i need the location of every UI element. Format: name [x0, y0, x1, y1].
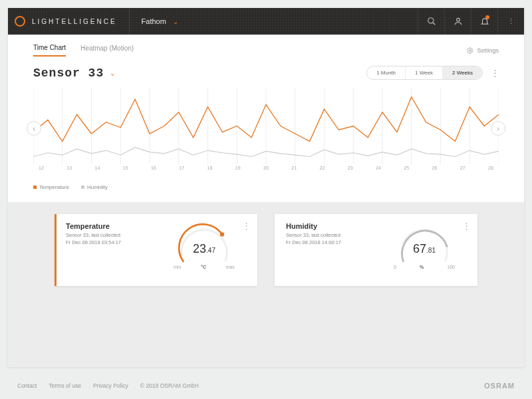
legend-humidity: Humidity — [81, 184, 108, 190]
user-icon[interactable] — [444, 8, 471, 35]
temperature-title: Temperature — [66, 222, 122, 230]
humidity-meta1: Sensor 33, last collected: — [286, 232, 342, 239]
humidity-gauge: 67.81 0 % 100 — [394, 219, 455, 269]
project-selector[interactable]: Fathom ⌄ — [142, 17, 178, 25]
chevron-down-icon: ⌄ — [173, 18, 178, 25]
settings-link[interactable]: Settings — [467, 47, 499, 54]
temperature-value: 23.47 — [174, 242, 235, 256]
more-menu-icon[interactable]: ⋮ — [497, 8, 524, 35]
content-area: Time Chart Heatmap (Motion) Settings Sen… — [8, 35, 524, 367]
footer-brand: OSRAM — [484, 382, 515, 390]
chart-prev-button[interactable]: ‹ — [27, 121, 41, 136]
svg-point-2 — [456, 18, 460, 21]
topbar: LIGHTELLIGENCE Fathom ⌄ ⋮ — [8, 8, 524, 35]
sensor-title-text: Sensor 33 — [33, 66, 104, 80]
temp-max: max — [226, 265, 235, 269]
app-window: LIGHTELLIGENCE Fathom ⌄ ⋮ Time Chart Hea… — [8, 8, 524, 367]
footer-terms[interactable]: Terms of use — [49, 382, 81, 389]
hum-unit: % — [420, 265, 424, 269]
temp-min: min — [174, 265, 181, 269]
search-icon[interactable] — [418, 8, 444, 35]
footer-contact[interactable]: Contact — [17, 382, 37, 389]
tabs-row: Time Chart Heatmap (Motion) Settings — [33, 44, 499, 57]
footer: Contact Terms of use Privacy Policy © 20… — [0, 375, 532, 390]
sensor-selector[interactable]: Sensor 33 ⌄ — [33, 66, 115, 80]
temperature-card: Temperature Sensor 33, last collected: F… — [55, 214, 257, 286]
chart-legend: Temperature Humidity — [33, 184, 499, 190]
range-group: 1 Month 1 Week 2 Weeks ⋮ — [366, 66, 499, 80]
temperature-meta1: Sensor 33, last collected: — [66, 232, 122, 239]
humidity-card: Humidity Sensor 33, last collected: Fr D… — [275, 214, 477, 286]
logo-icon — [15, 16, 25, 27]
project-name: Fathom — [142, 17, 166, 25]
footer-privacy[interactable]: Privacy Policy — [93, 382, 128, 389]
range-1-month[interactable]: 1 Month — [367, 66, 406, 79]
humidity-meta2: Fr Dec 08 2018 14:00:17 — [286, 239, 342, 247]
svg-line-1 — [432, 23, 435, 25]
hum-min: 0 — [394, 265, 396, 269]
cards-row: Temperature Sensor 33, last collected: F… — [8, 202, 524, 367]
chart-area: ‹ › 1213141516171819202122232425262728 — [33, 88, 499, 178]
humidity-value: 67.81 — [394, 242, 455, 256]
title-row: Sensor 33 ⌄ 1 Month 1 Week 2 Weeks ⋮ — [33, 66, 499, 80]
range-more-icon[interactable]: ⋮ — [491, 68, 499, 78]
legend-temperature: Temperature — [33, 184, 69, 190]
temperature-more-icon[interactable]: ⋮ — [242, 221, 251, 231]
temperature-meta2: Fr Dec 08 2018 03:54:17 — [66, 239, 122, 247]
range-1-week[interactable]: 1 Week — [406, 66, 443, 79]
humidity-title: Humidity — [286, 222, 342, 230]
range-segmented: 1 Month 1 Week 2 Weeks — [366, 66, 483, 80]
tab-heatmap[interactable]: Heatmap (Motion) — [80, 45, 134, 56]
line-chart — [33, 88, 499, 164]
footer-copyright: © 2018 OSRAM GmbH — [140, 382, 199, 389]
notification-dot-icon — [485, 15, 489, 19]
top-icon-group: ⋮ — [418, 8, 524, 35]
temp-unit: °C — [201, 265, 206, 269]
gear-icon — [467, 47, 473, 54]
hum-max: 100 — [447, 265, 455, 269]
chart-next-button[interactable]: › — [491, 121, 505, 136]
brand-name: LIGHTELLIGENCE — [32, 18, 117, 25]
humidity-more-icon[interactable]: ⋮ — [462, 221, 471, 231]
chevron-down-icon: ⌄ — [110, 69, 115, 77]
divider — [129, 8, 130, 35]
svg-point-21 — [220, 232, 224, 236]
settings-label: Settings — [477, 47, 499, 54]
temperature-gauge: 23.47 min °C max — [174, 219, 235, 269]
range-2-weeks[interactable]: 2 Weeks — [443, 66, 482, 79]
tab-time-chart[interactable]: Time Chart — [33, 44, 66, 57]
bell-icon[interactable] — [471, 8, 497, 35]
x-axis-labels: 1213141516171819202122232425262728 — [33, 166, 499, 170]
svg-point-3 — [469, 49, 471, 51]
svg-point-0 — [428, 18, 433, 23]
